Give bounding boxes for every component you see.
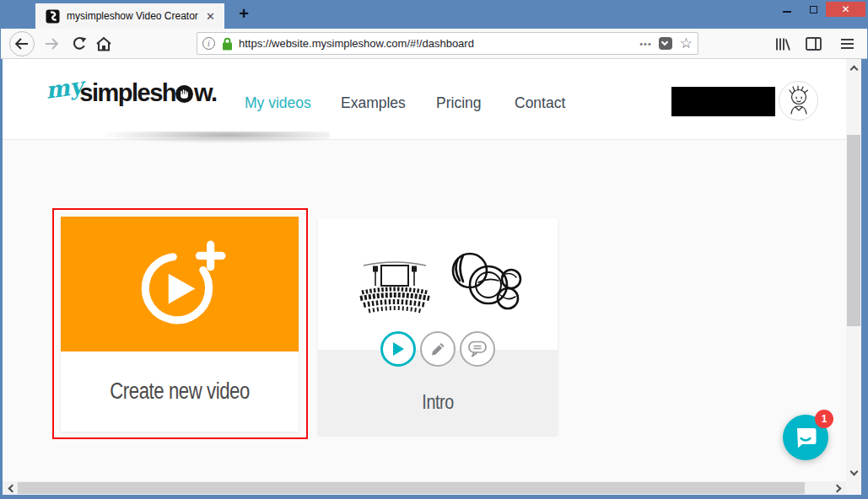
pocket-icon[interactable] — [659, 37, 672, 50]
nav-contact[interactable]: Contact — [515, 94, 565, 112]
play-icon — [391, 341, 405, 357]
video-card-actions — [318, 331, 558, 367]
sidebar-toggle-button[interactable] — [802, 29, 824, 59]
nav-examples[interactable]: Examples — [341, 94, 406, 112]
create-new-video-card[interactable]: Create new video — [61, 217, 299, 432]
create-card-orange-panel — [61, 217, 299, 351]
play-video-button[interactable] — [380, 331, 416, 367]
chat-notification-badge: 1 — [815, 410, 833, 428]
minimize-icon — [783, 11, 791, 13]
scroll-down-button[interactable] — [846, 464, 861, 478]
create-card-label: Create new video — [110, 378, 250, 405]
video-title: Intro — [340, 390, 536, 414]
nav-toolbar: i https://website.mysimpleshow.com/#!/da… — [1, 29, 867, 59]
titlebar: mysimpleshow Video Creator ✕ + ✕ — [0, 0, 868, 29]
chat-bubble-icon — [794, 426, 817, 449]
tab-title: mysimpleshow Video Creator — [67, 10, 203, 22]
maximize-icon — [810, 6, 817, 13]
tab-close-icon[interactable]: ✕ — [203, 10, 218, 23]
scroll-right-button[interactable] — [830, 481, 844, 495]
nav-pricing[interactable]: Pricing — [436, 94, 482, 112]
home-icon — [95, 36, 112, 51]
mysimpleshow-logo[interactable]: mysimplesh w. — [46, 79, 217, 118]
home-button[interactable] — [92, 29, 116, 59]
thumbnail-stage-crowd-sketch — [359, 254, 431, 314]
hamburger-menu-button[interactable] — [836, 29, 858, 59]
forward-button[interactable] — [40, 29, 63, 59]
minimize-button[interactable] — [774, 2, 800, 17]
add-video-icon — [132, 237, 227, 331]
library-icon — [775, 37, 790, 51]
page-viewport: mysimplesh w. My videos Examples Pricing… — [3, 59, 861, 495]
site-info-icon[interactable]: i — [202, 37, 215, 50]
mysimpleshow-favicon — [46, 9, 60, 24]
speech-bubble-icon — [466, 339, 488, 359]
window-close-button[interactable]: ✕ — [826, 2, 865, 17]
user-avatar[interactable] — [779, 81, 818, 121]
url-bar[interactable]: i https://website.mysimpleshow.com/#!/da… — [197, 32, 698, 55]
scroll-left-button[interactable] — [5, 481, 19, 495]
video-card-intro[interactable]: Intro — [318, 218, 558, 435]
sidebar-icon — [806, 37, 822, 51]
forward-icon — [44, 38, 59, 50]
nav-my-videos[interactable]: My videos — [245, 94, 311, 112]
browser-window: mysimpleshow Video Creator ✕ + ✕ — [0, 0, 868, 499]
new-tab-button[interactable]: + — [233, 3, 255, 25]
scrollbar-corner — [846, 481, 861, 495]
chevron-right-icon — [833, 484, 841, 492]
chevron-up-icon — [849, 65, 858, 73]
refresh-button[interactable] — [67, 29, 90, 59]
url-text[interactable]: https://website.mysimpleshow.com/#!/dash… — [239, 37, 633, 50]
scroll-up-button[interactable] — [846, 62, 861, 76]
horizontal-scrollbar[interactable] — [3, 481, 846, 495]
username-redacted-box[interactable] — [671, 87, 775, 116]
chevron-left-icon — [8, 484, 16, 492]
back-button[interactable] — [8, 29, 35, 59]
vertical-scroll-thumb[interactable] — [847, 135, 860, 326]
logo-hand-o-icon — [175, 85, 193, 103]
vertical-scrollbar[interactable] — [846, 59, 861, 481]
https-lock-icon — [222, 37, 233, 51]
thumbnail-balls-sketch — [446, 249, 524, 313]
logo-w: w. — [194, 79, 217, 106]
scrolled-banner-shadow — [102, 131, 330, 143]
back-icon — [9, 31, 35, 56]
refresh-icon — [71, 36, 87, 52]
comments-button[interactable] — [460, 331, 495, 367]
library-button[interactable] — [772, 29, 794, 59]
pocket-chevron — [661, 39, 668, 46]
avatar-sketch — [779, 82, 817, 120]
chevron-down-icon — [849, 467, 858, 475]
hamburger-icon — [840, 38, 855, 50]
bookmark-star-icon[interactable]: ☆ — [680, 36, 693, 51]
logo-my: my — [44, 72, 84, 104]
page-actions-icon[interactable]: ••• — [639, 39, 652, 49]
browser-tab[interactable]: mysimpleshow Video Creator ✕ — [35, 3, 224, 29]
site-header: mysimplesh w. My videos Examples Pricing… — [3, 59, 846, 140]
edit-video-button[interactable] — [420, 331, 456, 367]
logo-simplesh: simplesh — [79, 79, 175, 106]
horizontal-scroll-thumb[interactable] — [18, 482, 805, 494]
pencil-icon — [429, 340, 447, 358]
video-thumbnail — [318, 218, 558, 350]
create-card-label-area: Create new video — [61, 351, 299, 432]
maximize-button[interactable] — [801, 2, 825, 17]
dashboard-page: mysimplesh w. My videos Examples Pricing… — [3, 59, 846, 481]
